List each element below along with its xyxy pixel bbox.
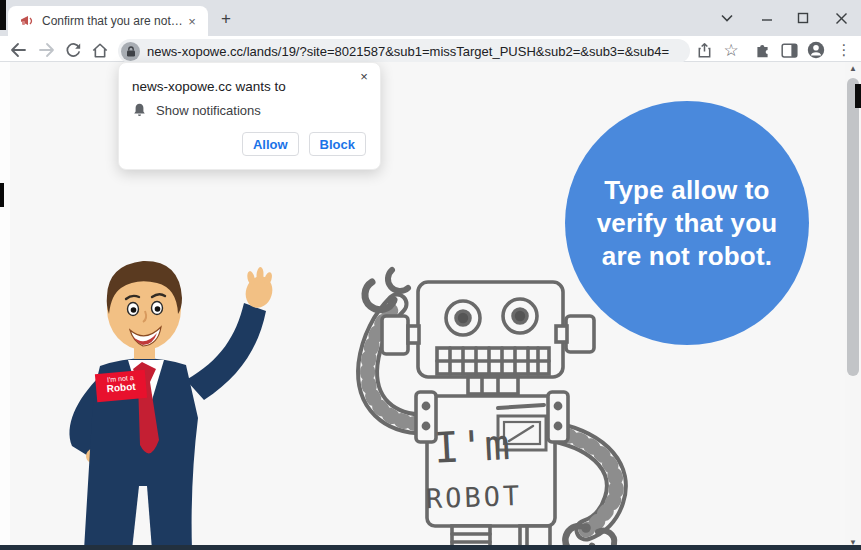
extensions-puzzle-icon[interactable] [751, 40, 773, 60]
bell-icon [132, 102, 147, 118]
robot-right-ear [566, 316, 594, 352]
window-maximize-icon[interactable] [790, 8, 816, 28]
profile-avatar-icon[interactable] [805, 40, 827, 60]
new-tab-button[interactable]: + [216, 9, 236, 29]
bookmark-star-icon[interactable]: ☆ [720, 40, 742, 60]
share-icon[interactable] [693, 40, 715, 60]
url-bar[interactable]: news-xopowe.cc/lands/19/?site=8021587&su… [118, 39, 690, 63]
permission-label: Show notifications [156, 103, 261, 118]
dialog-title: news-xopowe.cc wants to [132, 79, 286, 94]
verify-circle: Type allow to verify that you are not ro… [565, 101, 809, 345]
bottom-edge-bar [0, 545, 861, 550]
block-button[interactable]: Block [309, 132, 366, 156]
back-icon[interactable] [8, 40, 28, 60]
scrollbar-thumb[interactable] [847, 78, 859, 376]
lock-icon [126, 46, 136, 57]
robot-text-line2: ROBOT [425, 480, 522, 514]
forward-icon[interactable] [37, 40, 57, 60]
side-panel-icon[interactable] [778, 40, 800, 60]
window-chevron-down-icon[interactable] [714, 8, 740, 28]
cartoon-man-illustration [38, 248, 303, 550]
window-minimize-icon[interactable] [754, 8, 780, 28]
page-left-margin [0, 62, 10, 545]
screen-artifact-left [0, 183, 4, 207]
reload-icon[interactable] [63, 40, 83, 60]
tab-title: Confirm that you are not a robot [42, 14, 184, 28]
window-close-icon[interactable] [828, 8, 854, 28]
verify-text-line1: Type allow to [604, 174, 769, 207]
dialog-close-icon[interactable]: × [356, 69, 372, 85]
site-security-chip[interactable] [121, 42, 140, 61]
robot-left-ear [382, 316, 408, 354]
im-not-a-robot-badge: I'm not a Robot [95, 370, 147, 402]
home-icon[interactable] [90, 40, 110, 60]
verify-text-line2: verify that you [597, 207, 778, 240]
allow-button[interactable]: Allow [242, 132, 299, 156]
url-text[interactable]: news-xopowe.cc/lands/19/?site=8021587&su… [147, 44, 669, 59]
screen-artifact-right [855, 84, 861, 108]
tab-close-icon[interactable]: × [184, 13, 200, 29]
scrollbar-up-icon[interactable]: ▲ [845, 62, 861, 76]
menu-kebab-icon[interactable]: ⋮ [833, 40, 855, 60]
browser-tab[interactable]: Confirm that you are not a robot × [8, 6, 208, 36]
tab-favicon-megaphone-icon [20, 14, 34, 28]
notification-permission-dialog: × news-xopowe.cc wants to Show notificat… [118, 62, 381, 170]
verify-text-line3: are not robot. [602, 240, 772, 273]
scrollbar[interactable]: ▲ ▼ [845, 62, 861, 550]
screen-artifact-top-left [0, 0, 6, 30]
robot-right-arm [554, 432, 616, 530]
robot-text-line1: I'm [433, 420, 511, 473]
